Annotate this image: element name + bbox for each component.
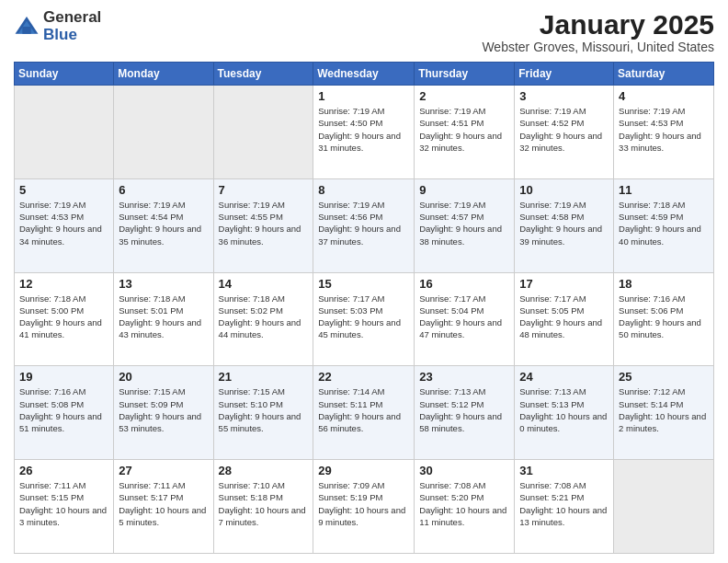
- cell-day-number: 2: [419, 89, 509, 103]
- cell-info: Sunrise: 7:18 AMSunset: 5:01 PMDaylight:…: [119, 293, 208, 341]
- calendar-cell: 5Sunrise: 7:19 AMSunset: 4:53 PMDaylight…: [15, 178, 114, 272]
- calendar-cell: 14Sunrise: 7:18 AMSunset: 5:02 PMDayligh…: [213, 272, 313, 366]
- cell-info: Sunrise: 7:19 AMSunset: 4:53 PMDaylight:…: [19, 199, 108, 247]
- calendar-cell: 8Sunrise: 7:19 AMSunset: 4:56 PMDaylight…: [313, 178, 415, 272]
- calendar-subtitle: Webster Groves, Missouri, United States: [482, 40, 714, 54]
- day-of-week-header: Monday: [114, 63, 213, 86]
- title-block: January 2025 Webster Groves, Missouri, U…: [482, 9, 714, 54]
- cell-day-number: 16: [419, 277, 509, 291]
- calendar-cell: 24Sunrise: 7:13 AMSunset: 5:13 PMDayligh…: [515, 366, 614, 460]
- logo-icon: [14, 14, 40, 40]
- calendar-cell: 15Sunrise: 7:17 AMSunset: 5:03 PMDayligh…: [313, 272, 415, 366]
- cell-day-number: 5: [19, 183, 108, 197]
- cell-day-number: 17: [519, 277, 609, 291]
- cell-day-number: 12: [19, 277, 108, 291]
- cell-day-number: 21: [219, 370, 309, 384]
- cell-info: Sunrise: 7:17 AMSunset: 5:03 PMDaylight:…: [318, 293, 409, 341]
- cell-day-number: 14: [219, 277, 309, 291]
- cell-info: Sunrise: 7:09 AMSunset: 5:19 PMDaylight:…: [318, 479, 409, 528]
- calendar-cell: 27Sunrise: 7:11 AMSunset: 5:17 PMDayligh…: [114, 460, 213, 554]
- calendar-cell: 23Sunrise: 7:13 AMSunset: 5:12 PMDayligh…: [415, 366, 515, 460]
- cell-info: Sunrise: 7:12 AMSunset: 5:14 PMDaylight:…: [619, 385, 709, 434]
- calendar-cell: 9Sunrise: 7:19 AMSunset: 4:57 PMDaylight…: [415, 178, 515, 272]
- cell-day-number: 30: [419, 464, 509, 477]
- cell-info: Sunrise: 7:18 AMSunset: 4:59 PMDaylight:…: [619, 199, 709, 247]
- cell-day-number: 10: [519, 183, 609, 197]
- cell-info: Sunrise: 7:16 AMSunset: 5:08 PMDaylight:…: [19, 385, 108, 434]
- logo-blue: Blue: [43, 27, 101, 44]
- day-of-week-header: Friday: [515, 63, 614, 86]
- logo-general: General: [43, 9, 101, 27]
- cell-day-number: 11: [619, 183, 709, 197]
- cell-info: Sunrise: 7:18 AMSunset: 5:02 PMDaylight:…: [219, 293, 309, 341]
- calendar-cell: 12Sunrise: 7:18 AMSunset: 5:00 PMDayligh…: [15, 272, 114, 366]
- cell-info: Sunrise: 7:17 AMSunset: 5:04 PMDaylight:…: [419, 293, 509, 341]
- calendar-title: January 2025: [482, 9, 714, 40]
- calendar-cell: [614, 460, 714, 554]
- calendar-cell: 31Sunrise: 7:08 AMSunset: 5:21 PMDayligh…: [515, 460, 614, 554]
- calendar-cell: 29Sunrise: 7:09 AMSunset: 5:19 PMDayligh…: [313, 460, 415, 554]
- cell-info: Sunrise: 7:19 AMSunset: 4:55 PMDaylight:…: [219, 199, 309, 247]
- calendar-cell: 22Sunrise: 7:14 AMSunset: 5:11 PMDayligh…: [313, 366, 415, 460]
- calendar-cell: 2Sunrise: 7:19 AMSunset: 4:51 PMDaylight…: [415, 86, 515, 179]
- cell-day-number: 6: [119, 183, 208, 197]
- calendar-cell: 3Sunrise: 7:19 AMSunset: 4:52 PMDaylight…: [515, 86, 614, 179]
- day-of-week-header: Wednesday: [313, 63, 415, 86]
- cell-day-number: 26: [19, 464, 108, 477]
- calendar-table: SundayMondayTuesdayWednesdayThursdayFrid…: [14, 62, 714, 554]
- cell-day-number: 22: [318, 370, 409, 384]
- calendar-cell: 20Sunrise: 7:15 AMSunset: 5:09 PMDayligh…: [114, 366, 213, 460]
- cell-day-number: 23: [419, 370, 509, 384]
- calendar-cell: 18Sunrise: 7:16 AMSunset: 5:06 PMDayligh…: [614, 272, 714, 366]
- page: General Blue January 2025 Webster Groves…: [0, 0, 728, 563]
- calendar-cell: 13Sunrise: 7:18 AMSunset: 5:01 PMDayligh…: [114, 272, 213, 366]
- svg-rect-2: [22, 27, 30, 34]
- day-of-week-header: Saturday: [614, 63, 714, 86]
- calendar-week-row: 26Sunrise: 7:11 AMSunset: 5:15 PMDayligh…: [15, 460, 714, 554]
- cell-day-number: 4: [619, 89, 709, 103]
- calendar-cell: 4Sunrise: 7:19 AMSunset: 4:53 PMDaylight…: [614, 86, 714, 179]
- cell-day-number: 18: [619, 277, 709, 291]
- cell-info: Sunrise: 7:19 AMSunset: 4:57 PMDaylight:…: [419, 199, 509, 247]
- cell-info: Sunrise: 7:08 AMSunset: 5:20 PMDaylight:…: [419, 479, 509, 528]
- cell-info: Sunrise: 7:19 AMSunset: 4:53 PMDaylight:…: [619, 105, 709, 154]
- cell-day-number: 19: [19, 370, 108, 384]
- cell-day-number: 7: [219, 183, 309, 197]
- logo: General Blue: [14, 9, 101, 43]
- calendar-week-row: 1Sunrise: 7:19 AMSunset: 4:50 PMDaylight…: [15, 86, 714, 179]
- calendar-cell: [15, 86, 114, 179]
- cell-day-number: 25: [619, 370, 709, 384]
- cell-info: Sunrise: 7:14 AMSunset: 5:11 PMDaylight:…: [318, 385, 409, 434]
- calendar-cell: 25Sunrise: 7:12 AMSunset: 5:14 PMDayligh…: [614, 366, 714, 460]
- cell-day-number: 9: [419, 183, 509, 197]
- calendar-week-row: 19Sunrise: 7:16 AMSunset: 5:08 PMDayligh…: [15, 366, 714, 460]
- cell-day-number: 27: [119, 464, 208, 477]
- cell-info: Sunrise: 7:19 AMSunset: 4:56 PMDaylight:…: [318, 199, 409, 247]
- calendar-cell: 19Sunrise: 7:16 AMSunset: 5:08 PMDayligh…: [15, 366, 114, 460]
- calendar-cell: 26Sunrise: 7:11 AMSunset: 5:15 PMDayligh…: [15, 460, 114, 554]
- calendar-header-row: SundayMondayTuesdayWednesdayThursdayFrid…: [15, 63, 714, 86]
- calendar-cell: [213, 86, 313, 179]
- cell-day-number: 20: [119, 370, 208, 384]
- cell-info: Sunrise: 7:19 AMSunset: 4:52 PMDaylight:…: [519, 105, 609, 154]
- cell-info: Sunrise: 7:08 AMSunset: 5:21 PMDaylight:…: [519, 479, 609, 528]
- cell-day-number: 31: [519, 464, 609, 477]
- day-of-week-header: Tuesday: [213, 63, 313, 86]
- calendar-cell: [114, 86, 213, 179]
- cell-info: Sunrise: 7:19 AMSunset: 4:51 PMDaylight:…: [419, 105, 509, 154]
- cell-info: Sunrise: 7:15 AMSunset: 5:10 PMDaylight:…: [219, 385, 309, 434]
- cell-day-number: 28: [219, 464, 309, 477]
- day-of-week-header: Thursday: [415, 63, 515, 86]
- calendar-cell: 17Sunrise: 7:17 AMSunset: 5:05 PMDayligh…: [515, 272, 614, 366]
- calendar-cell: 11Sunrise: 7:18 AMSunset: 4:59 PMDayligh…: [614, 178, 714, 272]
- cell-info: Sunrise: 7:13 AMSunset: 5:13 PMDaylight:…: [519, 385, 609, 434]
- calendar-cell: 21Sunrise: 7:15 AMSunset: 5:10 PMDayligh…: [213, 366, 313, 460]
- cell-info: Sunrise: 7:19 AMSunset: 4:50 PMDaylight:…: [318, 105, 409, 154]
- cell-info: Sunrise: 7:15 AMSunset: 5:09 PMDaylight:…: [119, 385, 208, 434]
- day-of-week-header: Sunday: [15, 63, 114, 86]
- cell-day-number: 3: [519, 89, 609, 103]
- header: General Blue January 2025 Webster Groves…: [14, 9, 714, 54]
- calendar-week-row: 5Sunrise: 7:19 AMSunset: 4:53 PMDaylight…: [15, 178, 714, 272]
- calendar-cell: 7Sunrise: 7:19 AMSunset: 4:55 PMDaylight…: [213, 178, 313, 272]
- logo-text: General Blue: [43, 9, 101, 43]
